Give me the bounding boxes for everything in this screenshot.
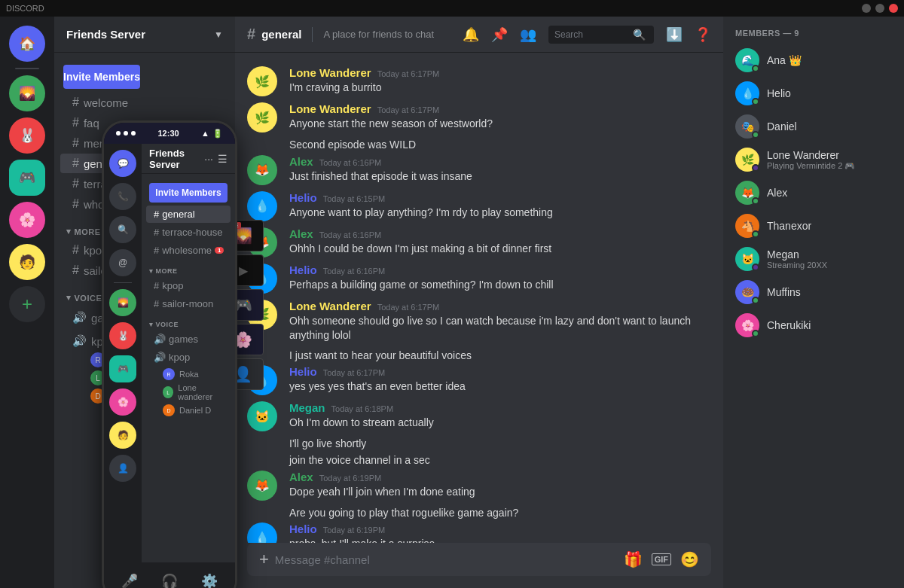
add-attachment-button[interactable]: + <box>259 550 269 569</box>
member-avatar: 🍩 <box>735 280 759 304</box>
mobile-nav-server-2[interactable]: 🐰 <box>109 322 136 349</box>
message-header: Alex Today at 6:19PM <box>289 471 711 483</box>
avatar: 💧 <box>247 191 277 221</box>
mobile-nav-server-1[interactable]: 🌄 <box>109 289 136 316</box>
member-item-muffins[interactable]: 🍩 Muffins <box>729 276 898 309</box>
minimize-btn[interactable] <box>862 4 871 13</box>
help-icon[interactable]: ❓ <box>695 26 711 43</box>
mobile-nav-server-4[interactable]: 🌸 <box>109 388 136 416</box>
mobile-nav-server-5[interactable]: 🧑 <box>109 422 136 449</box>
mobile-nav-search[interactable]: 🔍 <box>109 216 136 243</box>
server-icon-3[interactable]: 🎮 <box>9 160 45 196</box>
member-item-ana[interactable]: 🌊 Ana 👑 <box>729 44 898 77</box>
message-header: Helio Today at 6:19PM <box>289 522 711 535</box>
member-name: Helio <box>767 87 892 99</box>
message-author[interactable]: Lone Wanderer <box>289 66 371 79</box>
message-author[interactable]: Lone Wanderer <box>289 300 371 312</box>
member-avatar: 🌊 <box>735 48 759 72</box>
member-item-daniel[interactable]: 🎭 Daniel <box>729 110 898 143</box>
message-author[interactable]: Megan <box>289 401 325 414</box>
mobile-status-right: ▲ 🔋 <box>201 129 223 139</box>
message-author[interactable]: Helio <box>289 522 317 535</box>
server-icon-4[interactable]: 🌸 <box>9 202 45 238</box>
gif-icon[interactable]: GIF <box>652 553 671 565</box>
message-author[interactable]: Alex <box>289 155 313 168</box>
mobile-category-more[interactable]: ▾ MORE <box>142 260 235 276</box>
channel-name: terrace-house <box>162 227 222 238</box>
server-icon-home[interactable]: 🏠 <box>9 26 45 62</box>
mobile-nav-mention[interactable]: @ <box>109 249 136 276</box>
member-info: Cherukiki <box>767 319 892 331</box>
mobile-channel-sailor-moon[interactable]: # sailor-moon <box>146 295 231 312</box>
mobile-nav-profile[interactable]: 👤 <box>109 455 136 482</box>
pin-icon[interactable]: 📌 <box>491 26 508 43</box>
emoji-icon[interactable]: 😊 <box>680 550 699 568</box>
mobile-voice-user-roka[interactable]: R Roka <box>142 367 235 382</box>
maximize-btn[interactable] <box>875 4 884 13</box>
member-item-cherukiki[interactable]: 🌸 Cherukiki <box>729 309 898 342</box>
mobile-category-voice[interactable]: ▾ VOICE <box>142 313 235 330</box>
member-item-alex[interactable]: 🦊 Alex <box>729 176 898 209</box>
mobile-channel-general[interactable]: # general <box>146 206 231 223</box>
notifications-icon[interactable]: 🔔 <box>463 26 479 43</box>
member-avatar: 🐴 <box>735 214 759 238</box>
server-icon-1[interactable]: 🌄 <box>9 75 45 111</box>
mobile-nav-phone[interactable]: 📞 <box>109 183 136 210</box>
message-timestamp: Today at 6:18PM <box>331 404 394 413</box>
mobile-signal-dot <box>116 131 121 136</box>
avatar-container: 💧 <box>247 522 277 543</box>
member-item-thanexor[interactable]: 🐴 Thanexor <box>729 209 898 242</box>
mobile-channel-terrace-house[interactable]: # terrace-house <box>146 224 231 241</box>
mobile-voice-games[interactable]: 🔊 games <box>146 331 231 348</box>
invite-members-button[interactable]: Invite Members <box>63 65 140 89</box>
mobile-settings-icon[interactable]: ⚙️ <box>201 573 218 588</box>
member-item-megan[interactable]: 🐱 Megan Streaming 20XX <box>729 242 898 276</box>
message-header: Helio Today at 6:17PM <box>289 365 711 378</box>
online-status-dot <box>752 197 759 205</box>
message-text: I'm craving a burrito <box>289 81 711 96</box>
server-icon-5[interactable]: 🧑 <box>9 244 45 280</box>
mobile-nav-home[interactable]: 💬 <box>109 150 136 177</box>
mobile-channel-kpop[interactable]: # kpop <box>146 277 231 294</box>
message-author[interactable]: Helio <box>289 365 317 378</box>
channel-item-welcome[interactable]: # welcome <box>60 93 229 112</box>
message-group: 🦊 Alex Today at 6:16PM Just finished tha… <box>235 154 723 187</box>
member-info: Muffins <box>767 286 892 298</box>
member-item-helio[interactable]: 💧 Helio <box>729 77 898 110</box>
add-server-button[interactable]: + <box>9 286 45 322</box>
mobile-voice-kpop[interactable]: 🔊 kpop <box>146 349 231 366</box>
mobile-layout-icon[interactable]: ☰ <box>218 153 228 165</box>
mobile-invite-button[interactable]: Invite Members <box>149 183 228 203</box>
hash-icon: # <box>72 116 79 129</box>
mobile-ellipsis-icon[interactable]: ··· <box>204 153 213 165</box>
message-author[interactable]: Lone Wanderer <box>289 102 371 115</box>
message-content: Helio Today at 6:15PM Anyone want to pla… <box>289 191 711 221</box>
mobile-voice-user-daniel[interactable]: D Daniel D <box>142 403 235 418</box>
mobile-mic-icon[interactable]: 🎤 <box>121 573 138 588</box>
message-group: 🌿 Lone Wanderer Today at 6:17PM Ohh some… <box>235 298 723 345</box>
hash-icon: # <box>154 280 159 291</box>
gift-icon[interactable]: 🎁 <box>624 550 643 568</box>
download-icon[interactable]: ⬇️ <box>666 26 683 43</box>
message-input[interactable] <box>275 546 618 574</box>
members-icon[interactable]: 👥 <box>520 26 536 43</box>
search-input[interactable] <box>554 29 630 40</box>
message-author[interactable]: Helio <box>289 191 317 204</box>
mobile-nav-server-3[interactable]: 🎮 <box>109 355 136 382</box>
message-author[interactable]: Helio <box>289 264 317 276</box>
window-controls <box>862 4 898 13</box>
avatar: 🦊 <box>247 471 277 501</box>
message-text: Dope yeah I'll join when I'm done eating <box>289 485 711 500</box>
message-author[interactable]: Alex <box>289 471 313 483</box>
member-name: Lone Wanderer <box>767 149 892 161</box>
mobile-headphone-icon[interactable]: 🎧 <box>161 573 178 588</box>
message-timestamp: Today at 6:16PM <box>319 230 382 239</box>
mobile-channel-wholesome[interactable]: # wholesome 1 <box>146 242 231 259</box>
close-btn[interactable] <box>889 4 898 13</box>
message-text: Ohh someone should go live so I can watc… <box>289 314 711 343</box>
server-icon-2[interactable]: 🐰 <box>9 117 45 154</box>
server-header[interactable]: Friends Server ▼ <box>54 17 235 53</box>
member-item-lone-wanderer[interactable]: 🌿 Lone Wanderer Playing Vermintide 2 🎮 <box>729 143 898 176</box>
mobile-voice-user-lone[interactable]: L Lone wanderer <box>142 382 235 403</box>
message-author[interactable]: Alex <box>289 227 313 240</box>
